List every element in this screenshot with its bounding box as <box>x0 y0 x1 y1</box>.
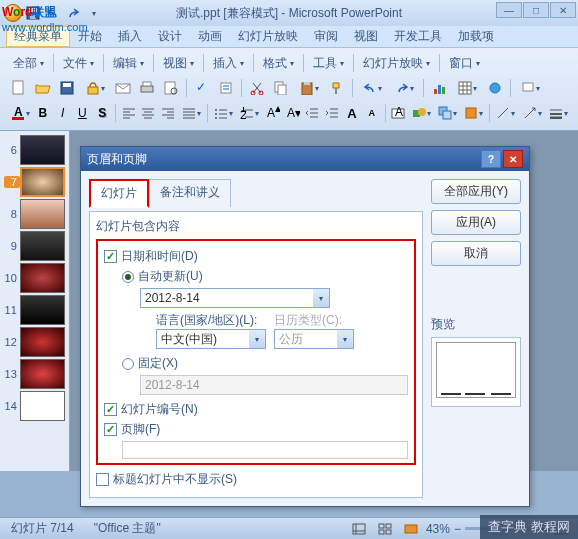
language-combo[interactable]: 中文(中国)▾ <box>156 329 266 349</box>
new-slide-icon[interactable]: ▾ <box>515 77 545 99</box>
dd-file[interactable]: 文件▾ <box>58 52 99 75</box>
copy-icon[interactable] <box>270 77 292 99</box>
tab-review[interactable]: 审阅 <box>306 26 346 47</box>
italic-icon[interactable]: I <box>54 102 72 124</box>
close-button[interactable]: ✕ <box>550 2 576 18</box>
text-box-icon[interactable]: A <box>389 102 407 124</box>
checkbox-slide-number[interactable]: ✓ <box>104 403 117 416</box>
zoom-percent[interactable]: 43% <box>426 522 450 536</box>
quick-styles-icon[interactable]: ▾ <box>461 102 485 124</box>
qat-customize-icon[interactable]: ▾ <box>84 4 102 22</box>
slide-thumbnail[interactable]: 11 <box>4 295 65 325</box>
decrease-font-icon[interactable]: A▾ <box>284 102 302 124</box>
dialog-help-button[interactable]: ? <box>481 150 501 168</box>
minimize-button[interactable]: — <box>496 2 522 18</box>
align-menu-icon[interactable]: ▾ <box>179 102 203 124</box>
email-icon[interactable] <box>112 77 134 99</box>
font-increase-a-icon[interactable]: A <box>343 102 361 124</box>
slide-thumbnail[interactable]: 6 <box>4 135 65 165</box>
print-icon[interactable] <box>136 77 158 99</box>
bullets-icon[interactable]: ▾ <box>212 102 236 124</box>
slide-thumbnail[interactable]: 9 <box>4 231 65 261</box>
open-icon[interactable] <box>32 77 54 99</box>
apply-button[interactable]: 应用(A) <box>431 210 521 235</box>
slideshow-view-icon[interactable] <box>400 518 422 540</box>
dd-insert[interactable]: 插入▾ <box>208 52 249 75</box>
undo-icon[interactable] <box>44 4 62 22</box>
dd-edit[interactable]: 编辑▾ <box>108 52 149 75</box>
cut-icon[interactable] <box>246 77 268 99</box>
cancel-button[interactable]: 取消 <box>431 241 521 266</box>
dd-window[interactable]: 窗口▾ <box>444 52 485 75</box>
line-icon[interactable]: ▾ <box>494 102 518 124</box>
slide-thumbnail[interactable]: 8 <box>4 199 65 229</box>
increase-font-icon[interactable]: A▴ <box>264 102 282 124</box>
align-left-icon[interactable] <box>120 102 138 124</box>
hyperlink-icon[interactable] <box>484 77 506 99</box>
checkbox-no-title-slide[interactable] <box>96 473 109 486</box>
spelling-icon[interactable]: ✓ <box>191 77 213 99</box>
tab-design[interactable]: 设计 <box>150 26 190 47</box>
tab-slide[interactable]: 幻灯片 <box>89 179 149 208</box>
arrow-icon[interactable]: ▾ <box>520 102 544 124</box>
dd-view[interactable]: 视图▾ <box>158 52 199 75</box>
checkbox-datetime[interactable]: ✓ <box>104 250 117 263</box>
bold-icon[interactable]: B <box>34 102 52 124</box>
table-icon[interactable]: ▾ <box>452 77 482 99</box>
print-preview-icon[interactable] <box>160 77 182 99</box>
permission-icon[interactable]: ▾ <box>80 77 110 99</box>
line-style-icon[interactable]: ▾ <box>546 102 570 124</box>
tab-slideshow[interactable]: 幻灯片放映 <box>230 26 306 47</box>
research-icon[interactable] <box>215 77 237 99</box>
font-color-icon[interactable]: A▾ <box>8 102 32 124</box>
tab-addins[interactable]: 加载项 <box>450 26 502 47</box>
tab-insert[interactable]: 插入 <box>110 26 150 47</box>
numbering-icon[interactable]: 12▾ <box>238 102 262 124</box>
office-orb[interactable] <box>4 4 22 22</box>
tab-home[interactable]: 开始 <box>70 26 110 47</box>
increase-indent-icon[interactable] <box>323 102 341 124</box>
dd-all[interactable]: 全部▾ <box>8 52 49 75</box>
paste-icon[interactable]: ▾ <box>294 77 324 99</box>
align-center-icon[interactable] <box>140 102 158 124</box>
undo-icon[interactable]: ▾ <box>357 77 387 99</box>
normal-view-icon[interactable] <box>348 518 370 540</box>
format-painter-icon[interactable] <box>326 77 348 99</box>
checkbox-footer[interactable]: ✓ <box>104 423 117 436</box>
slide-thumbnail[interactable]: 10 <box>4 263 65 293</box>
slide-thumbnail[interactable]: 13 <box>4 359 65 389</box>
footer-text-field[interactable] <box>122 441 408 459</box>
save-icon[interactable] <box>56 77 78 99</box>
tab-classic-menu[interactable]: 经典菜单 <box>6 26 70 47</box>
shadow-icon[interactable]: S <box>93 102 111 124</box>
sorter-view-icon[interactable] <box>374 518 396 540</box>
zoom-out-icon[interactable]: − <box>454 522 461 536</box>
tab-view[interactable]: 视图 <box>346 26 386 47</box>
save-icon[interactable] <box>24 4 42 22</box>
radio-auto-update[interactable] <box>122 271 134 283</box>
tab-developer[interactable]: 开发工具 <box>386 26 450 47</box>
slide-thumbnail[interactable]: 7 <box>4 167 65 197</box>
dd-slideshow[interactable]: 幻灯片放映▾ <box>358 52 435 75</box>
chart-icon[interactable] <box>428 77 450 99</box>
date-format-combo[interactable]: 2012-8-14▾ <box>140 288 330 308</box>
maximize-button[interactable]: □ <box>523 2 549 18</box>
dialog-close-button[interactable]: ✕ <box>503 150 523 168</box>
align-right-icon[interactable] <box>159 102 177 124</box>
slide-thumbnail[interactable]: 14 <box>4 391 65 421</box>
redo-icon[interactable] <box>64 4 82 22</box>
slide-thumbnail[interactable]: 12 <box>4 327 65 357</box>
redo-icon[interactable]: ▾ <box>389 77 419 99</box>
arrange-icon[interactable]: ▾ <box>435 102 459 124</box>
dd-tools[interactable]: 工具▾ <box>308 52 349 75</box>
new-icon[interactable] <box>8 77 30 99</box>
apply-all-button[interactable]: 全部应用(Y) <box>431 179 521 204</box>
decrease-indent-icon[interactable] <box>304 102 322 124</box>
underline-icon[interactable]: U <box>74 102 92 124</box>
shapes-icon[interactable]: ▾ <box>409 102 433 124</box>
dd-format[interactable]: 格式▾ <box>258 52 299 75</box>
font-decrease-a-icon[interactable]: A <box>363 102 381 124</box>
tab-animation[interactable]: 动画 <box>190 26 230 47</box>
tab-notes-handouts[interactable]: 备注和讲义 <box>149 179 231 207</box>
radio-fixed[interactable] <box>122 358 134 370</box>
